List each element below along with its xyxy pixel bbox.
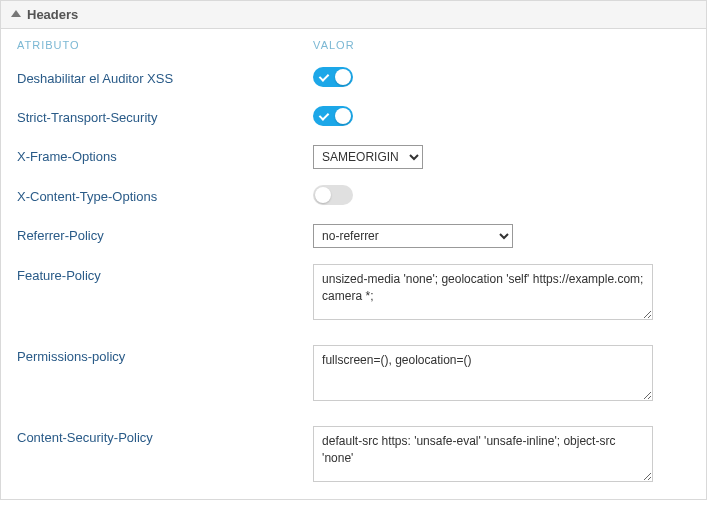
- row-csp: Content-Security-Policy: [1, 418, 706, 499]
- headers-panel: Headers ATRIBUTO VALOR Deshabilitar el A…: [0, 0, 707, 500]
- caret-up-icon: [11, 10, 21, 17]
- row-permissions: Permissions-policy: [1, 337, 706, 418]
- label-referrer: Referrer-Policy: [17, 224, 313, 243]
- textarea-feature[interactable]: [313, 264, 653, 320]
- label-csp: Content-Security-Policy: [17, 426, 313, 445]
- toggle-hsts[interactable]: [313, 106, 353, 126]
- row-hsts: Strict-Transport-Security: [1, 98, 706, 137]
- toggle-knob-icon: [335, 69, 351, 85]
- column-header-value: VALOR: [313, 39, 690, 51]
- columns-header: ATRIBUTO VALOR: [1, 29, 706, 59]
- textarea-permissions[interactable]: [313, 345, 653, 401]
- toggle-xss[interactable]: [313, 67, 353, 87]
- label-xcontent: X-Content-Type-Options: [17, 185, 313, 204]
- label-xframe: X-Frame-Options: [17, 145, 313, 164]
- row-xss: Deshabilitar el Auditor XSS: [1, 59, 706, 98]
- select-xframe[interactable]: SAMEORIGIN: [313, 145, 423, 169]
- label-hsts: Strict-Transport-Security: [17, 106, 313, 125]
- toggle-xcontent[interactable]: [313, 185, 353, 205]
- column-header-attribute: ATRIBUTO: [17, 39, 313, 51]
- label-permissions: Permissions-policy: [17, 345, 313, 364]
- textarea-csp[interactable]: [313, 426, 653, 482]
- panel-title: Headers: [27, 7, 78, 22]
- panel-header[interactable]: Headers: [1, 1, 706, 29]
- row-xframe: X-Frame-Options SAMEORIGIN: [1, 137, 706, 177]
- label-xss: Deshabilitar el Auditor XSS: [17, 67, 313, 86]
- select-referrer[interactable]: no-referrer: [313, 224, 513, 248]
- toggle-knob-icon: [335, 108, 351, 124]
- row-referrer: Referrer-Policy no-referrer: [1, 216, 706, 256]
- toggle-knob-icon: [315, 187, 331, 203]
- label-feature: Feature-Policy: [17, 264, 313, 283]
- row-xcontent: X-Content-Type-Options: [1, 177, 706, 216]
- row-feature: Feature-Policy: [1, 256, 706, 337]
